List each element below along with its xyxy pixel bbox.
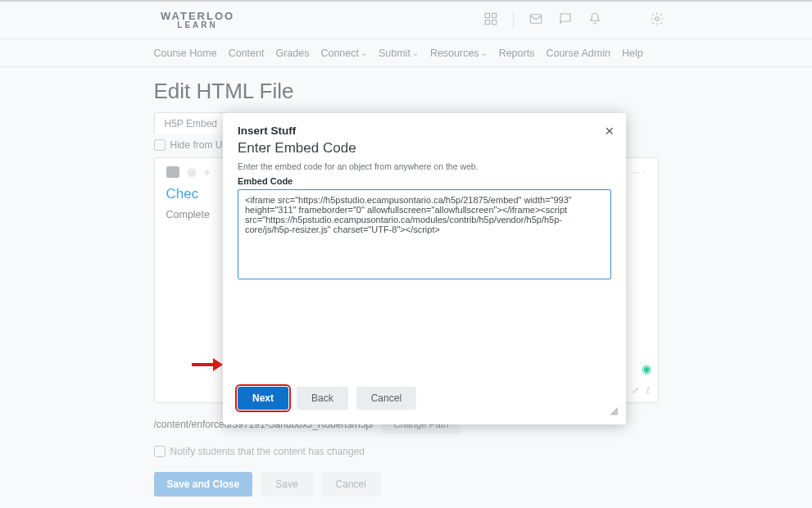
embed-code-label: Embed Code [238, 176, 611, 186]
camera-icon[interactable]: ◎ [188, 166, 196, 178]
hide-label: Hide from U [170, 139, 223, 151]
modal-cancel-button[interactable]: Cancel [356, 387, 416, 410]
chevron-down-icon: ⌄ [481, 48, 488, 57]
modal-title: Insert Stuff [238, 125, 611, 137]
svg-rect-0 [485, 13, 489, 17]
cancel-button[interactable]: Cancel [321, 472, 381, 497]
nav-item-course-admin[interactable]: Course Admin [546, 48, 610, 59]
close-icon[interactable]: ✕ [605, 125, 615, 138]
annotation-arrow [190, 356, 223, 375]
more-icon[interactable]: ··· [633, 166, 646, 178]
embed-code-textarea[interactable] [238, 189, 611, 279]
nav-item-connect[interactable]: Connect⌄ [320, 48, 367, 59]
link-icon[interactable]: ⟐ [204, 166, 210, 178]
code-icon[interactable]: ⁒ [646, 385, 650, 396]
chat-icon[interactable] [558, 11, 573, 29]
notify-row[interactable]: Notify students that the content has cha… [154, 446, 659, 457]
page-action-buttons: Save and Close Save Cancel [154, 472, 659, 497]
nav-item-reports[interactable]: Reports [499, 48, 535, 59]
back-button[interactable]: Back [297, 387, 348, 410]
nav-item-submit[interactable]: Submit⌄ [379, 48, 419, 59]
svg-rect-1 [492, 13, 497, 17]
modal-subtitle: Enter Embed Code [238, 140, 611, 156]
checkbox-icon[interactable] [154, 139, 166, 151]
save-and-close-button[interactable]: Save and Close [154, 472, 253, 497]
svg-rect-4 [530, 15, 542, 24]
gear-icon[interactable] [650, 11, 665, 29]
expand-icon[interactable]: ⤢ [632, 385, 639, 396]
svg-marker-7 [213, 358, 223, 371]
page-title: Edit HTML File [154, 79, 659, 104]
course-nav: Course HomeContentGradesConnect⌄Submit⌄R… [0, 39, 812, 67]
brand-logo: WATERLOO LEARN [161, 11, 234, 29]
checkbox-icon[interactable] [154, 446, 166, 457]
bell-icon[interactable] [587, 11, 602, 29]
chevron-down-icon: ⌄ [412, 48, 419, 57]
svg-point-5 [655, 17, 660, 21]
svg-rect-3 [492, 20, 497, 25]
svg-rect-2 [485, 20, 489, 25]
media-icon[interactable] [166, 166, 179, 178]
mail-icon[interactable] [528, 11, 543, 29]
insert-stuff-modal: ✕ Insert Stuff Enter Embed Code Enter th… [223, 113, 626, 424]
top-bar: WATERLOO LEARN [0, 0, 812, 39]
resize-grip-icon[interactable]: ◢ [610, 404, 618, 416]
save-button[interactable]: Save [261, 472, 312, 497]
notify-label: Notify students that the content has cha… [170, 446, 365, 457]
nav-item-help[interactable]: Help [622, 48, 643, 59]
grammarly-icon[interactable]: ◉ [642, 362, 651, 375]
nav-item-grades[interactable]: Grades [275, 48, 309, 59]
modal-action-row: Next Back Cancel [238, 387, 611, 410]
modal-hint: Enter the embed code for an object from … [238, 161, 611, 171]
grid-icon[interactable] [483, 11, 498, 29]
nav-item-course-home[interactable]: Course Home [154, 48, 217, 59]
top-icon-row [483, 11, 665, 29]
brand-line2: LEARN [161, 21, 234, 29]
chevron-down-icon: ⌄ [361, 48, 367, 57]
editor-footer-icons: ◉ ⤢ ⁒ [632, 385, 650, 396]
nav-item-content[interactable]: Content [229, 48, 265, 59]
tab-h5p-embed[interactable]: H5P Embed [154, 112, 228, 134]
next-button[interactable]: Next [238, 387, 288, 410]
nav-item-resources[interactable]: Resources⌄ [430, 48, 488, 59]
separator [513, 12, 514, 29]
